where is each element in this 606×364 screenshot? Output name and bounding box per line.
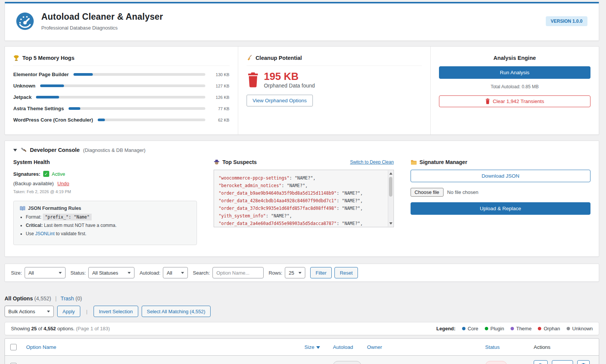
analysis-engine-panel: Analysis Engine Run Analysis Total Autol… bbox=[430, 47, 599, 134]
divider: | bbox=[55, 295, 57, 302]
json-rule-critical: Critical: Last item must NOT have a comm… bbox=[26, 223, 191, 228]
column-size[interactable]: Size bbox=[291, 344, 324, 350]
trash-count: (0) bbox=[75, 295, 82, 302]
signature-manager-column: Signature Manager Download JSON Choose f… bbox=[411, 159, 590, 245]
json-rule-format: Format: "prefix_": "Name" bbox=[26, 214, 191, 220]
json-rules-box: JSON Formatting Rules Format: "prefix_":… bbox=[13, 201, 197, 245]
select-all-checkbox[interactable] bbox=[10, 344, 17, 350]
orphan-dot bbox=[538, 327, 541, 330]
jsonlint-link[interactable]: JSONLint bbox=[35, 231, 55, 236]
suspect-line: "order_data_428e4cbdb14aa4928c84607f90db… bbox=[219, 197, 383, 205]
view-orphaned-button[interactable]: View Orphaned Options bbox=[247, 95, 313, 106]
dashboard-panels: Top 5 Memory Hogs Elementor Page Builder… bbox=[5, 46, 599, 135]
theme-dot bbox=[511, 327, 514, 330]
signatures-status: Active bbox=[52, 171, 65, 177]
hog-bar bbox=[69, 107, 205, 110]
format-code: "prefix_": "Name" bbox=[43, 214, 92, 220]
download-json-button[interactable]: Download JSON bbox=[411, 170, 590, 182]
size-select[interactable]: All bbox=[25, 267, 66, 278]
analysis-engine-title: Analysis Engine bbox=[439, 53, 590, 62]
status-badge: Core bbox=[485, 361, 507, 364]
scrollbar-thumb[interactable] bbox=[389, 177, 392, 197]
legend-item-core: Core bbox=[462, 326, 478, 331]
app-header: Autoload Cleaner & Analyser Professional… bbox=[5, 2, 599, 41]
hog-bar bbox=[36, 96, 205, 98]
app-title-block: Autoload Cleaner & Analyser Professional… bbox=[41, 12, 163, 31]
hog-value: 62 KB bbox=[210, 118, 230, 122]
top-suspects-title: Top Suspects bbox=[222, 159, 257, 165]
suspect-line: "order_data_37dc9c9935e1d68fd857fac8d08f… bbox=[219, 205, 383, 212]
hog-bar bbox=[40, 84, 205, 87]
clear-transients-button[interactable]: Clear 1,942 Transients bbox=[439, 95, 590, 107]
apply-button[interactable]: Apply bbox=[57, 306, 80, 317]
cleanup-title: Cleanup Potential bbox=[256, 55, 302, 61]
search-input[interactable] bbox=[212, 267, 264, 278]
upload-replace-button[interactable]: Upload & Replace bbox=[411, 202, 590, 215]
view-option-button[interactable] bbox=[534, 360, 548, 364]
critical-label: Critical: bbox=[26, 223, 43, 228]
select-all-matching-button[interactable]: Select All Matching (4,552) bbox=[142, 306, 211, 317]
page: Autoload Cleaner & Analyser Professional… bbox=[5, 2, 599, 364]
developer-console-header[interactable]: Developer Console (Diagnostics & DB Mana… bbox=[13, 147, 590, 153]
json-rules-title: JSON Formatting Rules bbox=[28, 206, 81, 211]
scroll-down-icon[interactable] bbox=[389, 222, 392, 225]
choose-file-button[interactable]: Choose file bbox=[411, 188, 444, 197]
bulk-actions-select[interactable]: Bulk Actions bbox=[5, 306, 54, 317]
autoload-select[interactable]: All bbox=[163, 267, 188, 278]
memory-hog-row: WordPress Core (Cron Scheduler) 62 KB bbox=[13, 117, 230, 123]
memory-hogs-title: Top 5 Memory Hogs bbox=[22, 55, 75, 61]
rows-select[interactable]: 25 bbox=[285, 267, 305, 278]
book-icon bbox=[20, 206, 25, 211]
use-post-text: to validate first. bbox=[56, 231, 86, 236]
hog-value: 77 KB bbox=[210, 106, 230, 111]
developer-console: Developer Console (Diagnostics & DB Mana… bbox=[5, 141, 599, 257]
scroll-up-icon[interactable] bbox=[389, 172, 392, 175]
memory-hog-row: Astra Theme Settings 77 KB bbox=[13, 106, 230, 111]
hog-label: Astra Theme Settings bbox=[13, 106, 64, 111]
rows-label: Rows: bbox=[269, 270, 282, 276]
page-indicator: (Page 1 of 183) bbox=[76, 326, 110, 331]
check-icon: ✓ bbox=[43, 171, 49, 177]
legend-label: Legend: bbox=[436, 326, 456, 331]
toggle-autoload-button[interactable]: Toggle bbox=[552, 360, 573, 364]
hog-value: 130 KB bbox=[210, 72, 230, 77]
trash-link[interactable]: Trash bbox=[61, 295, 74, 302]
json-rule-validate: Use JSONLint to validate first. bbox=[26, 231, 191, 236]
row-checkbox[interactable] bbox=[10, 363, 17, 364]
column-option-name[interactable]: Option Name bbox=[22, 344, 291, 350]
use-pre-text: Use bbox=[26, 231, 34, 236]
run-analysis-button[interactable]: Run Analysis bbox=[439, 66, 590, 79]
folder-icon bbox=[411, 160, 417, 165]
invert-selection-button[interactable]: Invert Selection bbox=[94, 306, 138, 317]
all-options-label: All Options bbox=[5, 295, 33, 302]
caret-down-icon bbox=[13, 149, 17, 152]
status-select[interactable]: All Statuses bbox=[88, 267, 134, 278]
top-suspects-column: Top Suspects Switch to Deep Clean "wooco… bbox=[214, 159, 394, 245]
plugin-dot bbox=[485, 327, 488, 330]
tools-icon bbox=[20, 147, 27, 153]
table-row: _site_transient_feed_d117b5738fbd35bd8c0… bbox=[5, 356, 599, 364]
reset-button[interactable]: Reset bbox=[334, 267, 358, 278]
column-autoload[interactable]: Autoload bbox=[324, 344, 366, 350]
suspect-line: "woocommerce-ppcp-settings": "NAME?", bbox=[219, 174, 383, 182]
divider: | bbox=[86, 309, 87, 314]
hog-value: 126 KB bbox=[210, 95, 230, 100]
app-logo-gauge-icon bbox=[16, 12, 34, 30]
delete-option-button[interactable] bbox=[577, 360, 590, 364]
filter-button[interactable]: Filter bbox=[310, 267, 332, 278]
undo-link[interactable]: Undo bbox=[58, 181, 69, 186]
critical-text: Last item must NOT have a comma. bbox=[44, 223, 117, 228]
column-status[interactable]: Status bbox=[480, 344, 532, 350]
column-owner[interactable]: Owner bbox=[366, 344, 480, 350]
memory-hogs-panel: Top 5 Memory Hogs Elementor Page Builder… bbox=[5, 47, 238, 134]
unknown-dot bbox=[567, 327, 570, 330]
scrollbar[interactable] bbox=[388, 170, 393, 227]
hog-label: Jetpack bbox=[13, 94, 31, 100]
backup-available-text: (Backup available) bbox=[13, 181, 54, 186]
switch-deep-clean-link[interactable]: Switch to Deep Clean bbox=[350, 159, 394, 165]
page-title: Autoload Cleaner & Analyser bbox=[41, 12, 163, 22]
no-file-text: No file chosen bbox=[447, 189, 478, 195]
filter-bar: Size: All Status: All Statuses Autoload:… bbox=[5, 264, 599, 282]
status-select-value: All Statuses bbox=[92, 270, 118, 276]
broom-icon bbox=[247, 55, 253, 61]
